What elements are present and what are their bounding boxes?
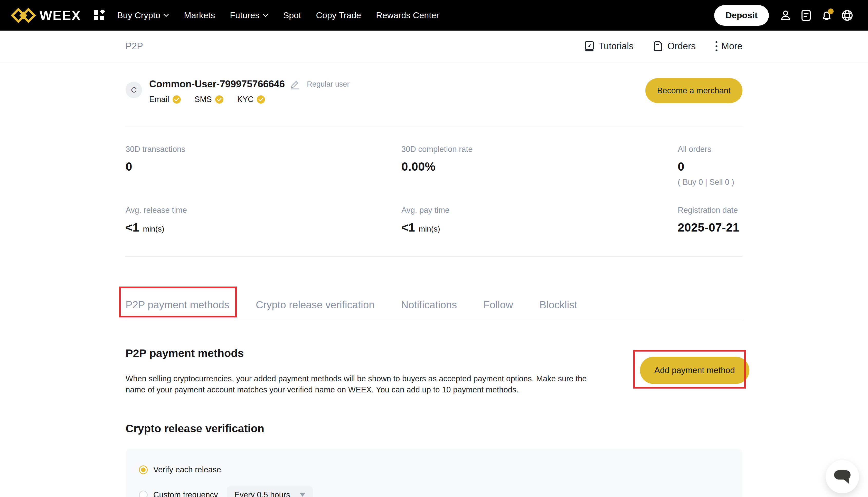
nav-spot[interactable]: Spot bbox=[283, 10, 301, 20]
stat-avg-release-time: Avg. release time <1 min(s) bbox=[126, 205, 187, 235]
divider bbox=[126, 319, 742, 319]
chat-bubble-icon bbox=[833, 469, 851, 485]
profile-tabs: P2P payment methods Crypto release verif… bbox=[126, 299, 577, 311]
page-title: P2P bbox=[126, 41, 143, 52]
verify-each-release-option[interactable]: Verify each release bbox=[139, 465, 221, 474]
more-vertical-dots-icon bbox=[715, 41, 718, 52]
user-role-label: Regular user bbox=[307, 80, 350, 88]
email-verified-badge: Email bbox=[149, 95, 181, 104]
notifications-bell-icon[interactable] bbox=[821, 10, 833, 21]
top-navbar: WEEX Buy Crypto Markets Futures bbox=[0, 0, 868, 31]
apps-grid-icon[interactable] bbox=[93, 10, 105, 21]
tab-crypto-release-verification[interactable]: Crypto release verification bbox=[256, 299, 374, 311]
stat-all-orders: All orders 0 ( Buy 0 | Sell 0 ) bbox=[678, 145, 734, 187]
profile-block: C Common-User-799975766646 Regular user … bbox=[126, 79, 350, 104]
divider bbox=[126, 256, 742, 257]
radio-selected-icon[interactable] bbox=[139, 465, 148, 474]
more-menu[interactable]: More bbox=[715, 41, 742, 52]
buy-sell-breakdown: ( Buy 0 | Sell 0 ) bbox=[678, 178, 734, 187]
p2p-subheader: P2P Tutorials bbox=[0, 31, 868, 62]
brand-name: WEEX bbox=[40, 8, 81, 23]
nav-markets[interactable]: Markets bbox=[184, 10, 215, 20]
check-icon bbox=[215, 95, 223, 103]
verification-badges: Email SMS KYC bbox=[149, 95, 350, 104]
check-icon bbox=[173, 95, 181, 103]
become-merchant-button[interactable]: Become a merchant bbox=[645, 78, 742, 103]
stat-30d-transactions: 30D transactions 0 bbox=[126, 145, 186, 173]
avatar: C bbox=[126, 82, 142, 98]
username: Common-User-799975766646 bbox=[149, 79, 285, 90]
kyc-verified-badge: KYC bbox=[237, 95, 265, 104]
edit-username-icon[interactable] bbox=[290, 79, 300, 90]
sms-verified-badge: SMS bbox=[195, 95, 223, 104]
radio-unselected-icon[interactable] bbox=[139, 491, 148, 497]
deposit-button[interactable]: Deposit bbox=[714, 5, 769, 26]
release-verification-panel: Verify each release Custom frequency Eve… bbox=[126, 449, 742, 497]
tutorials-book-icon bbox=[584, 41, 595, 52]
custom-frequency-option[interactable]: Custom frequency Every 0.5 hours bbox=[139, 486, 313, 497]
p2p-user-center-page: WEEX Buy Crypto Markets Futures bbox=[0, 0, 868, 497]
notification-dot bbox=[828, 9, 834, 14]
main-nav: Buy Crypto Markets Futures Spot Copy Tra… bbox=[117, 10, 439, 20]
nav-copy-trade[interactable]: Copy Trade bbox=[316, 10, 361, 20]
release-verification-heading: Crypto release verification bbox=[126, 422, 264, 435]
payment-methods-description: When selling cryptocurrencies, your adde… bbox=[126, 373, 588, 395]
orders-file-icon bbox=[653, 41, 664, 52]
add-payment-method-button[interactable]: Add payment method bbox=[640, 357, 749, 384]
language-globe-icon[interactable] bbox=[841, 10, 853, 21]
stat-registration-date: Registration date 2025-07-21 bbox=[678, 205, 739, 235]
check-icon bbox=[257, 95, 265, 103]
nav-buy-crypto[interactable]: Buy Crypto bbox=[117, 10, 169, 20]
tutorials-link[interactable]: Tutorials bbox=[584, 41, 634, 52]
divider bbox=[126, 126, 742, 126]
nav-rewards-center[interactable]: Rewards Center bbox=[376, 10, 439, 20]
subheader-actions: Tutorials Orders bbox=[584, 41, 742, 52]
profile-icon[interactable] bbox=[780, 10, 792, 21]
caret-down-icon bbox=[300, 493, 305, 497]
support-notes-icon[interactable] bbox=[800, 10, 812, 21]
frequency-dropdown[interactable]: Every 0.5 hours bbox=[227, 486, 313, 497]
navbar-right: Deposit bbox=[714, 5, 853, 26]
tab-follow[interactable]: Follow bbox=[483, 299, 513, 311]
chevron-down-icon bbox=[263, 14, 268, 17]
payment-methods-heading: P2P payment methods bbox=[126, 347, 244, 359]
nav-futures[interactable]: Futures bbox=[230, 10, 268, 20]
stat-avg-pay-time: Avg. pay time <1 min(s) bbox=[401, 205, 450, 235]
stat-30d-completion-rate: 30D completion rate 0.00% bbox=[401, 145, 472, 173]
chevron-down-icon bbox=[163, 14, 169, 17]
tab-p2p-payment-methods[interactable]: P2P payment methods bbox=[126, 299, 229, 311]
weex-logo-icon bbox=[11, 6, 36, 25]
tab-notifications[interactable]: Notifications bbox=[401, 299, 457, 311]
weex-logo[interactable]: WEEX bbox=[11, 6, 81, 25]
tab-blocklist[interactable]: Blocklist bbox=[540, 299, 577, 311]
orders-link[interactable]: Orders bbox=[653, 41, 696, 52]
support-chat-button[interactable] bbox=[826, 460, 859, 493]
